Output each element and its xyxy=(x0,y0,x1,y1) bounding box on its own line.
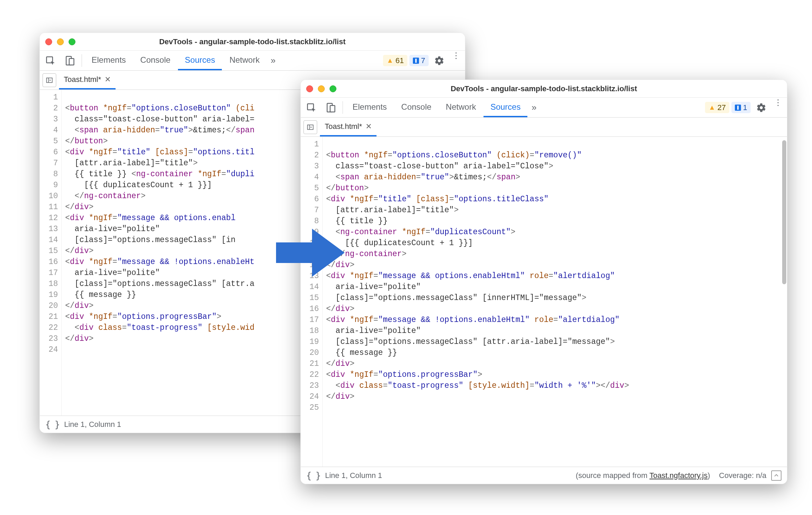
window-title: DevTools - angular-sample-todo-list.stac… xyxy=(159,37,346,46)
source-map-link[interactable]: Toast.ngfactory.js xyxy=(649,471,708,480)
transition-arrow-icon xyxy=(274,227,346,278)
tab-console[interactable]: Console xyxy=(133,51,177,70)
pretty-print-icon[interactable]: { } xyxy=(45,419,59,430)
svg-marker-5 xyxy=(50,79,51,81)
tab-network[interactable]: Network xyxy=(223,51,266,70)
tab-sources[interactable]: Sources xyxy=(483,98,527,117)
close-window-icon[interactable] xyxy=(45,38,52,45)
warnings-badge[interactable]: ▲27 xyxy=(705,102,729,113)
inspect-icon[interactable] xyxy=(302,98,321,117)
tab-network[interactable]: Network xyxy=(439,98,483,117)
tab-sources[interactable]: Sources xyxy=(178,51,222,70)
close-tab-icon[interactable]: ✕ xyxy=(366,122,372,131)
device-toggle-icon[interactable] xyxy=(321,98,340,117)
more-tabs-icon[interactable]: » xyxy=(267,51,279,70)
pretty-print-icon[interactable]: { } xyxy=(306,470,320,481)
device-toggle-icon[interactable] xyxy=(60,51,79,70)
devtools-window-b: DevTools - angular-sample-todo-list.stac… xyxy=(300,80,787,484)
source-map-text: (source mapped from Toast.ngfactory.js) xyxy=(576,471,710,480)
window-title: DevTools - angular-sample-todo-list.stac… xyxy=(451,84,637,93)
settings-icon[interactable] xyxy=(430,51,449,70)
tab-console[interactable]: Console xyxy=(394,98,438,117)
kebab-menu-icon[interactable]: ⋮ xyxy=(771,98,786,117)
warnings-badge[interactable]: ▲61 xyxy=(383,55,407,66)
close-window-icon[interactable] xyxy=(306,85,313,92)
line-gutter: 123456789101112131415161718192021222324 xyxy=(40,90,62,416)
file-tab-label: Toast.html* xyxy=(325,122,362,131)
minimize-window-icon[interactable] xyxy=(57,38,64,45)
svg-rect-3 xyxy=(47,78,52,82)
navigator-toggle-icon[interactable] xyxy=(43,73,56,87)
file-tab-toast[interactable]: Toast.html* ✕ xyxy=(320,118,377,136)
file-tab-label: Toast.html* xyxy=(64,75,101,84)
navigator-toggle-icon[interactable] xyxy=(303,120,317,134)
minimize-window-icon[interactable] xyxy=(318,85,325,92)
cursor-position: Line 1, Column 1 xyxy=(64,420,121,429)
titlebar: DevTools - angular-sample-todo-list.stac… xyxy=(301,80,787,98)
drawer-toggle-icon[interactable] xyxy=(771,470,781,481)
tab-elements[interactable]: Elements xyxy=(346,98,394,117)
traffic-lights[interactable] xyxy=(306,85,336,92)
svg-rect-8 xyxy=(330,105,335,112)
scrollbar-thumb[interactable] xyxy=(782,140,786,284)
svg-rect-2 xyxy=(69,58,74,65)
code-content[interactable]: <button *ngIf="options.closeButton" (cli… xyxy=(323,137,787,467)
svg-rect-9 xyxy=(308,125,313,129)
statusbar: { } Line 1, Column 1 (source mapped from… xyxy=(301,467,787,484)
settings-icon[interactable] xyxy=(752,98,771,117)
more-tabs-icon[interactable]: » xyxy=(528,98,540,117)
inspect-icon[interactable] xyxy=(41,51,60,70)
svg-marker-11 xyxy=(311,126,312,128)
code-editor[interactable]: 1234567891011121314151617181920212223242… xyxy=(301,137,787,467)
toolbar: Elements Console Sources Network » ▲61 7… xyxy=(40,51,465,71)
close-tab-icon[interactable]: ✕ xyxy=(105,75,111,84)
file-tabs: Toast.html* ✕ xyxy=(301,118,787,137)
zoom-window-icon[interactable] xyxy=(330,85,336,92)
kebab-menu-icon[interactable]: ⋮ xyxy=(449,51,464,70)
zoom-window-icon[interactable] xyxy=(69,38,75,45)
coverage-text: Coverage: n/a xyxy=(719,471,766,480)
line-gutter: 1234567891011121314151617181920212223242… xyxy=(301,137,323,467)
messages-badge[interactable]: 7 xyxy=(409,55,429,66)
traffic-lights[interactable] xyxy=(45,38,75,45)
titlebar: DevTools - angular-sample-todo-list.stac… xyxy=(40,33,465,51)
messages-badge[interactable]: 1 xyxy=(731,102,751,113)
cursor-position: Line 1, Column 1 xyxy=(325,471,382,480)
tab-elements[interactable]: Elements xyxy=(85,51,133,70)
toolbar: Elements Console Network Sources » ▲27 1… xyxy=(301,98,787,118)
file-tab-toast[interactable]: Toast.html* ✕ xyxy=(59,71,116,89)
